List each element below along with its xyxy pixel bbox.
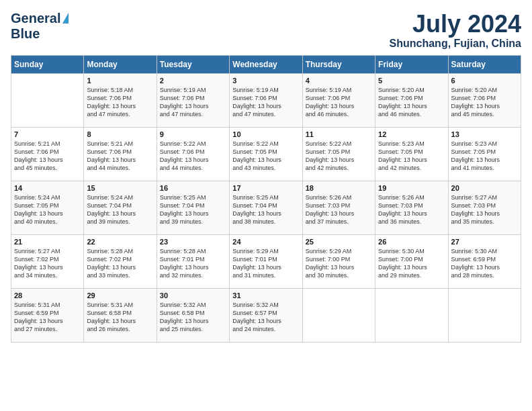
day-cell: 30Sunrise: 5:32 AMSunset: 6:58 PMDayligh… <box>157 288 229 342</box>
day-info: Sunrise: 5:30 AMSunset: 6:59 PMDaylight:… <box>451 247 518 280</box>
day-number: 1 <box>87 77 153 85</box>
day-info: Sunrise: 5:22 AMSunset: 7:05 PMDaylight:… <box>232 140 299 173</box>
day-number: 25 <box>306 238 372 246</box>
day-number: 24 <box>232 238 299 246</box>
day-info: Sunrise: 5:25 AMSunset: 7:04 PMDaylight:… <box>160 193 226 226</box>
day-info: Sunrise: 5:22 AMSunset: 7:06 PMDaylight:… <box>160 140 226 173</box>
day-info: Sunrise: 5:23 AMSunset: 7:05 PMDaylight:… <box>451 140 518 173</box>
day-number: 19 <box>378 184 445 192</box>
logo: General Blue <box>11 11 69 42</box>
logo-blue-text: Blue <box>11 26 40 41</box>
day-info: Sunrise: 5:20 AMSunset: 7:06 PMDaylight:… <box>451 86 518 119</box>
month-year-title: July 2024 <box>390 11 521 38</box>
day-number: 12 <box>378 130 445 138</box>
day-number: 17 <box>232 184 299 192</box>
logo-general-text: General <box>11 11 60 26</box>
day-cell: 28Sunrise: 5:31 AMSunset: 6:59 PMDayligh… <box>11 288 84 342</box>
day-number: 3 <box>232 77 299 85</box>
calendar-table: SundayMondayTuesdayWednesdayThursdayFrid… <box>11 55 521 342</box>
weekday-header-monday: Monday <box>84 55 157 73</box>
day-number: 18 <box>306 184 372 192</box>
day-cell: 31Sunrise: 5:32 AMSunset: 6:57 PMDayligh… <box>230 288 302 342</box>
day-number: 21 <box>14 238 81 246</box>
day-number: 30 <box>160 291 226 300</box>
day-cell: 24Sunrise: 5:29 AMSunset: 7:01 PMDayligh… <box>230 234 302 288</box>
day-cell: 14Sunrise: 5:24 AMSunset: 7:05 PMDayligh… <box>11 181 84 234</box>
day-info: Sunrise: 5:25 AMSunset: 7:04 PMDaylight:… <box>232 193 299 226</box>
day-cell: 12Sunrise: 5:23 AMSunset: 7:05 PMDayligh… <box>375 127 448 181</box>
location-subtitle: Shunchang, Fujian, China <box>390 38 521 50</box>
day-info: Sunrise: 5:18 AMSunset: 7:06 PMDaylight:… <box>87 86 153 119</box>
day-number: 31 <box>232 291 299 300</box>
day-number: 27 <box>451 238 518 246</box>
weekday-header-thursday: Thursday <box>302 55 375 73</box>
day-info: Sunrise: 5:19 AMSunset: 7:06 PMDaylight:… <box>232 86 299 119</box>
day-cell: 15Sunrise: 5:24 AMSunset: 7:04 PMDayligh… <box>84 181 157 234</box>
day-info: Sunrise: 5:28 AMSunset: 7:01 PMDaylight:… <box>160 247 226 280</box>
day-info: Sunrise: 5:29 AMSunset: 7:00 PMDaylight:… <box>306 247 372 280</box>
day-number: 2 <box>160 77 226 85</box>
day-number: 13 <box>451 130 518 138</box>
day-number: 14 <box>14 184 81 192</box>
day-number: 6 <box>451 77 518 85</box>
page-header: General Blue July 2024 Shunchang, Fujian… <box>11 11 521 50</box>
day-info: Sunrise: 5:21 AMSunset: 7:06 PMDaylight:… <box>87 140 153 173</box>
weekday-header-saturday: Saturday <box>448 55 521 73</box>
day-number: 15 <box>87 184 153 192</box>
day-number: 22 <box>87 238 153 246</box>
day-cell: 26Sunrise: 5:30 AMSunset: 7:00 PMDayligh… <box>375 234 448 288</box>
title-block: July 2024 Shunchang, Fujian, China <box>390 11 521 50</box>
day-cell <box>375 288 448 342</box>
day-number: 28 <box>14 291 81 300</box>
day-info: Sunrise: 5:31 AMSunset: 6:59 PMDaylight:… <box>14 301 81 334</box>
day-cell: 4Sunrise: 5:19 AMSunset: 7:06 PMDaylight… <box>302 73 375 127</box>
day-number: 11 <box>306 130 372 138</box>
day-cell: 13Sunrise: 5:23 AMSunset: 7:05 PMDayligh… <box>448 127 521 181</box>
week-row-4: 21Sunrise: 5:27 AMSunset: 7:02 PMDayligh… <box>11 234 521 288</box>
day-info: Sunrise: 5:28 AMSunset: 7:02 PMDaylight:… <box>87 247 153 280</box>
day-number: 8 <box>87 130 153 138</box>
weekday-header-friday: Friday <box>375 55 448 73</box>
day-info: Sunrise: 5:24 AMSunset: 7:05 PMDaylight:… <box>14 193 81 226</box>
day-number: 10 <box>232 130 299 138</box>
day-cell: 6Sunrise: 5:20 AMSunset: 7:06 PMDaylight… <box>448 73 521 127</box>
day-cell <box>448 288 521 342</box>
day-cell: 11Sunrise: 5:22 AMSunset: 7:05 PMDayligh… <box>302 127 375 181</box>
day-cell: 8Sunrise: 5:21 AMSunset: 7:06 PMDaylight… <box>84 127 157 181</box>
day-info: Sunrise: 5:19 AMSunset: 7:06 PMDaylight:… <box>160 86 226 119</box>
day-cell: 29Sunrise: 5:31 AMSunset: 6:58 PMDayligh… <box>84 288 157 342</box>
day-cell: 27Sunrise: 5:30 AMSunset: 6:59 PMDayligh… <box>448 234 521 288</box>
day-info: Sunrise: 5:24 AMSunset: 7:04 PMDaylight:… <box>87 193 153 226</box>
weekday-header-tuesday: Tuesday <box>157 55 229 73</box>
day-number: 16 <box>160 184 226 192</box>
day-info: Sunrise: 5:30 AMSunset: 7:00 PMDaylight:… <box>378 247 445 280</box>
week-row-5: 28Sunrise: 5:31 AMSunset: 6:59 PMDayligh… <box>11 288 521 342</box>
day-info: Sunrise: 5:32 AMSunset: 6:58 PMDaylight:… <box>160 301 226 334</box>
day-cell: 20Sunrise: 5:27 AMSunset: 7:03 PMDayligh… <box>448 181 521 234</box>
day-cell: 23Sunrise: 5:28 AMSunset: 7:01 PMDayligh… <box>157 234 229 288</box>
day-info: Sunrise: 5:21 AMSunset: 7:06 PMDaylight:… <box>14 140 81 173</box>
day-info: Sunrise: 5:31 AMSunset: 6:58 PMDaylight:… <box>87 301 153 334</box>
day-info: Sunrise: 5:27 AMSunset: 7:03 PMDaylight:… <box>451 193 518 226</box>
day-cell: 21Sunrise: 5:27 AMSunset: 7:02 PMDayligh… <box>11 234 84 288</box>
day-info: Sunrise: 5:26 AMSunset: 7:03 PMDaylight:… <box>306 193 372 226</box>
logo-triangle-icon <box>62 13 69 24</box>
day-cell: 2Sunrise: 5:19 AMSunset: 7:06 PMDaylight… <box>157 73 229 127</box>
day-info: Sunrise: 5:19 AMSunset: 7:06 PMDaylight:… <box>306 86 372 119</box>
day-info: Sunrise: 5:27 AMSunset: 7:02 PMDaylight:… <box>14 247 81 280</box>
day-cell: 18Sunrise: 5:26 AMSunset: 7:03 PMDayligh… <box>302 181 375 234</box>
day-info: Sunrise: 5:29 AMSunset: 7:01 PMDaylight:… <box>232 247 299 280</box>
day-cell: 5Sunrise: 5:20 AMSunset: 7:06 PMDaylight… <box>375 73 448 127</box>
week-row-3: 14Sunrise: 5:24 AMSunset: 7:05 PMDayligh… <box>11 181 521 234</box>
day-cell: 7Sunrise: 5:21 AMSunset: 7:06 PMDaylight… <box>11 127 84 181</box>
day-cell: 3Sunrise: 5:19 AMSunset: 7:06 PMDaylight… <box>230 73 302 127</box>
day-cell: 17Sunrise: 5:25 AMSunset: 7:04 PMDayligh… <box>230 181 302 234</box>
week-row-1: 1Sunrise: 5:18 AMSunset: 7:06 PMDaylight… <box>11 73 521 127</box>
day-info: Sunrise: 5:26 AMSunset: 7:03 PMDaylight:… <box>378 193 445 226</box>
week-row-2: 7Sunrise: 5:21 AMSunset: 7:06 PMDaylight… <box>11 127 521 181</box>
day-cell: 22Sunrise: 5:28 AMSunset: 7:02 PMDayligh… <box>84 234 157 288</box>
weekday-header-wednesday: Wednesday <box>230 55 302 73</box>
day-number: 23 <box>160 238 226 246</box>
weekday-header-row: SundayMondayTuesdayWednesdayThursdayFrid… <box>11 55 521 73</box>
weekday-header-sunday: Sunday <box>11 55 84 73</box>
